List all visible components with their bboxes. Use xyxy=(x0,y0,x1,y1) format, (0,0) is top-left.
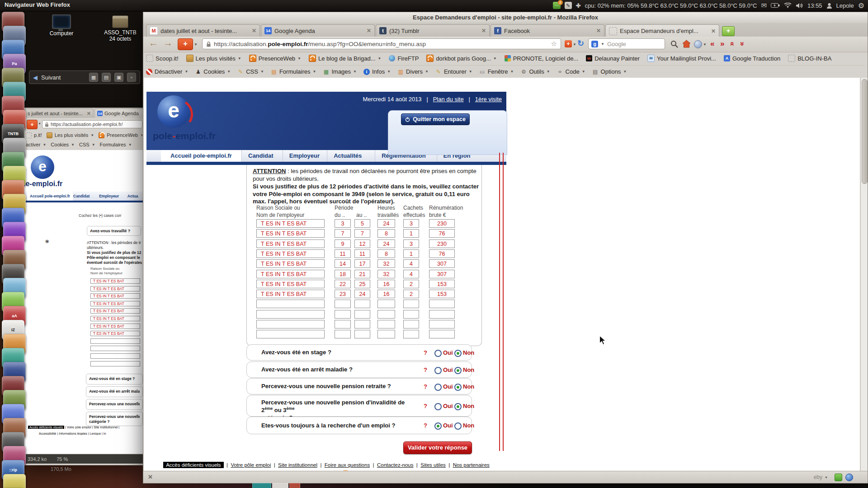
forward-double-icon[interactable]: » xyxy=(720,39,724,48)
input-du[interactable]: 18 xyxy=(335,270,351,278)
devbar-cookies[interactable]: ♟Cookies▼ xyxy=(195,68,231,75)
input-empty-h[interactable] xyxy=(377,300,395,308)
input-b[interactable]: 76 xyxy=(429,229,455,238)
puzzle-applet-icon[interactable]: ✚ xyxy=(576,2,581,9)
bookmark-les-plus-visit-s[interactable]: Les plus visités▼ xyxy=(186,55,241,62)
question-help[interactable]: ? xyxy=(424,383,427,390)
bg-bookmark[interactable]: p.it! xyxy=(26,132,42,138)
bg-devbar-item[interactable]: activer▼ xyxy=(26,142,46,147)
layout-grid-icon[interactable]: ▦ xyxy=(89,73,98,82)
input-empty-b[interactable] xyxy=(429,310,455,319)
footer-link[interactable]: Accès déficients visuels xyxy=(163,462,223,468)
chevron-down-icon[interactable]: ▼ xyxy=(601,42,604,46)
bg-input-employer[interactable]: T ES IN T ES BAT xyxy=(90,293,140,299)
reload-icon[interactable]: ↻ xyxy=(577,38,584,48)
tab-close-icon[interactable]: ✕ xyxy=(367,28,371,34)
bookmark-fireftp[interactable]: FireFTP xyxy=(389,55,419,62)
input-au[interactable]: 5 xyxy=(354,219,370,228)
bg-footer-row2[interactable]: Accessibilité | Informations légales | L… xyxy=(39,432,143,435)
mail-indicator-icon[interactable]: ✉ xyxy=(761,1,767,9)
radio-oui[interactable] xyxy=(434,350,442,357)
radio-non-label[interactable]: Non xyxy=(463,383,474,390)
input-c[interactable]: 4 xyxy=(403,259,419,268)
bookmark-google-traduction[interactable]: AGoogle Traduction xyxy=(724,55,780,62)
chevron-down-icon[interactable]: ▼ xyxy=(194,42,198,47)
bookmark-star-icon[interactable]: ☆ xyxy=(551,40,557,48)
radio-oui-selected[interactable] xyxy=(434,422,442,430)
tab-gcal[interactable]: 14Google Agenda✕ xyxy=(261,24,375,37)
input-h[interactable]: 32 xyxy=(377,270,395,278)
bg-bookmark[interactable]: PresenceWeb▼ xyxy=(99,132,142,138)
pole-emploi-logo[interactable]: e xyxy=(157,95,190,128)
layout-empty-icon[interactable]: ▫ xyxy=(127,73,136,82)
input-c[interactable]: 3 xyxy=(403,239,419,248)
input-emp[interactable]: T ES IN T ES BAT xyxy=(256,219,325,228)
forward-button[interactable]: → xyxy=(163,38,173,48)
devbar-entourer[interactable]: ✎Entourer▼ xyxy=(435,68,472,75)
input-empty-c[interactable] xyxy=(403,320,419,328)
bg-input-empty[interactable] xyxy=(90,353,140,359)
input-b[interactable]: 307 xyxy=(429,259,455,268)
input-du[interactable]: 7 xyxy=(335,229,351,238)
bg-tab-dates[interactable]: s juillet et aout - tesinte... ✕ xyxy=(25,108,94,118)
input-c[interactable]: 2 xyxy=(403,290,419,298)
bg-input-employer[interactable]: T ES IN T ES BAT xyxy=(90,331,140,336)
bg-devbar-item[interactable]: Cookies▼ xyxy=(51,142,75,147)
devbar-infos[interactable]: iInfos▼ xyxy=(363,68,391,75)
input-empty-c[interactable] xyxy=(403,330,419,338)
back-arrow-icon[interactable]: ◀ xyxy=(33,74,38,81)
input-empty-du[interactable] xyxy=(335,300,351,308)
back-button[interactable]: ← xyxy=(149,38,158,48)
input-c[interactable]: 1 xyxy=(403,249,419,258)
input-emp[interactable]: T ES IN T ES BAT xyxy=(256,270,325,278)
bg-footer-chip[interactable]: Accès déficients visuels xyxy=(28,426,64,429)
radio-oui[interactable] xyxy=(434,384,442,391)
input-empty-h[interactable] xyxy=(377,310,395,319)
input-du[interactable]: 22 xyxy=(335,280,351,288)
quit-button[interactable]: Quitter mon espace xyxy=(401,113,470,125)
chevron-down-icon[interactable]: ▼ xyxy=(573,42,576,47)
input-empty-c[interactable] xyxy=(403,300,419,308)
chevron-down-icon[interactable]: ▼ xyxy=(703,42,707,47)
footer-link[interactable]: Site institutionnel xyxy=(278,462,317,468)
input-du[interactable]: 23 xyxy=(335,290,351,298)
layout-box-icon[interactable]: ▣ xyxy=(114,73,123,82)
question-help[interactable]: ? xyxy=(424,349,427,356)
bg-nav-item[interactable]: Employeur xyxy=(99,192,119,201)
chevron-down-icon[interactable]: ▼ xyxy=(825,476,828,479)
bookmark-le-blog-de-la-brigad-[interactable]: Le blog de la Brigad...▼ xyxy=(309,55,381,62)
presenter-next-label[interactable]: Suivant xyxy=(41,74,61,81)
nav-tab-candidat[interactable]: Candidat xyxy=(241,150,280,162)
bg-nav-item[interactable]: Candidat xyxy=(73,192,90,201)
addon-label[interactable]: eby xyxy=(814,474,822,480)
rewind-double-icon[interactable]: « xyxy=(710,39,714,48)
radio-non-label[interactable]: Non xyxy=(463,403,474,409)
new-tab-button[interactable]: + xyxy=(722,26,735,36)
input-h[interactable]: 32 xyxy=(377,259,395,268)
question-help[interactable]: ? xyxy=(424,366,427,373)
input-au[interactable]: 21 xyxy=(354,270,370,278)
input-empty-h[interactable] xyxy=(377,320,395,328)
addon-green-icon[interactable] xyxy=(835,474,842,481)
globe-icon[interactable] xyxy=(694,40,702,48)
session-user[interactable]: Lepole xyxy=(836,2,854,9)
bookmark-scoop-it-[interactable]: Scoop.it! xyxy=(146,55,179,62)
input-empty-du[interactable] xyxy=(335,330,351,338)
input-au[interactable]: 17 xyxy=(354,259,370,268)
validate-button[interactable]: Valider votre réponse xyxy=(403,441,472,454)
input-empty-du[interactable] xyxy=(335,320,351,328)
radio-non-label[interactable]: Non xyxy=(463,366,474,373)
scroll-bottom-icon[interactable]: » xyxy=(738,42,747,46)
devbar-désactiver[interactable]: Désactiver▼ xyxy=(146,68,188,75)
tab-page[interactable]: Espace Demandeurs d'empl...✕ xyxy=(605,24,719,37)
input-empty-b[interactable] xyxy=(429,330,455,338)
devbar-options[interactable]: ▤Options▼ xyxy=(592,68,627,75)
input-b[interactable]: 76 xyxy=(429,249,455,258)
bg-input-empty[interactable] xyxy=(90,346,140,351)
input-empty-au[interactable] xyxy=(354,330,370,338)
question-help[interactable]: ? xyxy=(424,422,427,429)
power-gear-icon[interactable]: ⚙ xyxy=(858,1,864,10)
input-h[interactable]: 8 xyxy=(377,249,395,258)
layout-rows-icon[interactable]: ▤ xyxy=(102,73,111,82)
footer-link[interactable]: Sites utiles xyxy=(420,462,446,468)
